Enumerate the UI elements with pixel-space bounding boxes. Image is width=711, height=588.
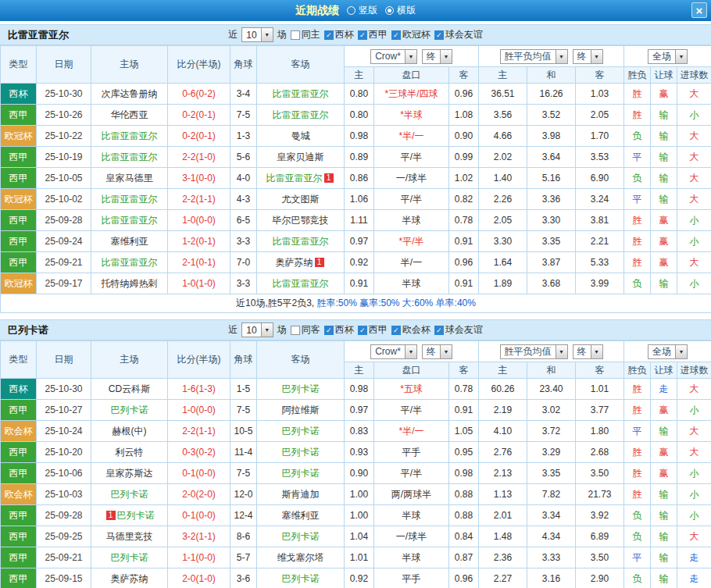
result-wdl: 平 — [624, 147, 651, 168]
result-goals: 大 — [677, 189, 711, 210]
score-cell: 0-1(0-0) — [168, 463, 230, 484]
match-count-select[interactable]: 10 ▼ — [241, 27, 273, 42]
eu-away-odds: 3.50 — [576, 547, 624, 568]
eu-away-odds: 6.90 — [576, 168, 624, 189]
scope-select[interactable]: 全场 ▼ — [648, 344, 688, 359]
same-home-checkbox[interactable]: 同主 — [291, 28, 320, 41]
red-card-badge: 1 — [315, 258, 324, 267]
eu-final-select[interactable]: 终 ▼ — [573, 344, 603, 359]
league-checkbox-copa[interactable]: 西杯 — [324, 323, 354, 337]
scope-select[interactable]: 全场 ▼ — [648, 49, 688, 64]
same-away-checkbox[interactable]: 同客 — [291, 323, 320, 337]
match-date: 25-09-15 — [37, 568, 91, 588]
result-goals: 大 — [677, 84, 711, 105]
ah-line: 半球 — [374, 273, 449, 294]
team-name-text: 巴列卡诺 — [282, 383, 320, 394]
league-checkbox-friendly[interactable]: 球会友谊 — [434, 323, 483, 337]
team-name-text: 奥萨苏纳 — [111, 573, 148, 584]
result-wdl: 胜 — [624, 484, 651, 505]
eu-draw-odds: 16.26 — [527, 84, 576, 105]
match-date: 25-10-19 — [37, 147, 91, 168]
col-date: 日期 — [37, 341, 91, 379]
chevron-down-icon: ▼ — [591, 50, 602, 63]
team-name-text: 毕尔巴鄂竞技 — [273, 215, 329, 226]
team-name-text: 维戈塞尔塔 — [277, 552, 324, 563]
league-checkbox-copa[interactable]: 西杯 — [324, 28, 354, 41]
match-count-select[interactable]: 10 ▼ — [241, 323, 273, 337]
score-cell: 1-0(1-0) — [168, 273, 230, 294]
eu-final-select[interactable]: 终 ▼ — [573, 49, 603, 64]
team-name-text: 巴列卡诺 — [282, 573, 320, 584]
chevron-down-icon: ▼ — [675, 345, 687, 358]
team-name-text: 比雷亚雷亚尔 — [273, 278, 329, 289]
result-goals: 小 — [677, 273, 711, 294]
result-wdl: 负 — [624, 505, 651, 526]
eu-away-odds: 2.05 — [576, 105, 624, 126]
ah-line: *半/一 — [374, 421, 449, 442]
result-goals: 小 — [677, 231, 711, 252]
eu-home-odds: 2.19 — [479, 400, 527, 421]
result-wdl: 胜 — [624, 400, 651, 421]
eu-away-odds: 3.50 — [576, 463, 624, 484]
ah-line: 两/两球半 — [374, 484, 449, 505]
eu-draw-odds: 3.72 — [527, 421, 576, 442]
eu-away-odds: 1.80 — [576, 421, 624, 442]
ah-away-odds: 0.96 — [449, 568, 479, 588]
eu-home-odds: 2.76 — [479, 442, 527, 463]
match-date: 25-09-28 — [37, 210, 91, 231]
match-date: 25-09-21 — [37, 547, 91, 568]
away-team-cell: 巴列卡诺 — [257, 526, 345, 547]
match-type-badge: 西甲 — [1, 400, 37, 421]
summary-record: 近10场,胜5平2负3, — [236, 298, 314, 308]
match-row: 欧冠杯 25-09-17 托特纳姆热刺 1-0(1-0) 3-3 比雷亚雷亚尔 … — [1, 273, 711, 294]
bookmaker-select[interactable]: Crow* ▼ — [370, 49, 417, 64]
ah-final-select[interactable]: 终 ▼ — [422, 49, 452, 64]
ah-final-select[interactable]: 终 ▼ — [422, 344, 452, 359]
checkbox-unchecked-icon — [291, 30, 300, 40]
score-cell: 2-2(1-1) — [168, 189, 230, 210]
bookmaker-select[interactable]: Crow* ▼ — [370, 344, 417, 359]
eu-home-odds: 2.05 — [479, 210, 527, 231]
close-button[interactable]: × — [691, 2, 707, 18]
ah-away-odds: 0.88 — [449, 505, 479, 526]
score-cell: 0-1(0-0) — [168, 505, 230, 526]
league-checkbox-laliga[interactable]: 西甲 — [358, 28, 388, 41]
ah-line: *半球 — [374, 105, 449, 126]
score-cell: 2-1(0-1) — [168, 252, 230, 273]
layout-radio-vertical[interactable]: 竖版 — [347, 4, 377, 17]
red-card-badge: 1 — [324, 173, 334, 183]
col-res-handicap: 让球 — [651, 67, 677, 84]
corner-cell: 5-6 — [230, 147, 257, 168]
result-goals: 小 — [677, 505, 711, 526]
col-res-wdl: 胜负 — [624, 362, 651, 379]
result-handicap: 输 — [651, 189, 677, 210]
ah-line: 平/半 — [374, 400, 449, 421]
league-checkbox-uecl[interactable]: 欧会杯 — [391, 323, 431, 337]
ah-line: *半/一 — [374, 126, 449, 147]
score-cell: 0-6(0-2) — [168, 84, 230, 105]
corner-cell: 12-4 — [230, 505, 257, 526]
league-checkbox-laliga[interactable]: 西甲 — [358, 323, 388, 337]
eu-draw-odds: 3.35 — [527, 463, 576, 484]
league-checkbox-friendly[interactable]: 球会友谊 — [434, 28, 483, 41]
match-type-badge: 西甲 — [1, 147, 37, 168]
eu-draw-odds: 3.29 — [527, 442, 576, 463]
eu-home-odds: 36.51 — [479, 84, 527, 105]
eu-away-odds: 6.89 — [576, 526, 624, 547]
result-goals: 走 — [677, 547, 711, 568]
result-handicap: 走 — [651, 379, 677, 400]
ah-home-odds: 0.98 — [345, 379, 374, 400]
league-checkbox-ucl[interactable]: 欧冠杯 — [391, 28, 431, 41]
match-type-badge: 西甲 — [1, 568, 37, 588]
wdl-average-select[interactable]: 胜平负均值 ▼ — [500, 344, 568, 359]
team-name-text: 比雷亚雷亚尔 — [102, 130, 158, 141]
wdl-average-select[interactable]: 胜平负均值 ▼ — [500, 49, 568, 64]
eu-dropdown-cell: 胜平负均值 ▼ 终 ▼ — [479, 341, 624, 362]
eu-home-odds: 3.56 — [479, 105, 527, 126]
home-team-cell: 比雷亚雷亚尔 — [91, 210, 168, 231]
team-name-text: 巴列卡诺 — [111, 489, 148, 500]
layout-radio-horizontal[interactable]: 横版 — [385, 4, 416, 17]
team-bar: 巴列卡诺 近 10 ▼ 场 同客 西杯 西甲 欧会杯 — [0, 319, 711, 340]
away-team-cell: 巴列卡诺 — [257, 379, 345, 400]
result-goals: 大 — [677, 168, 711, 189]
